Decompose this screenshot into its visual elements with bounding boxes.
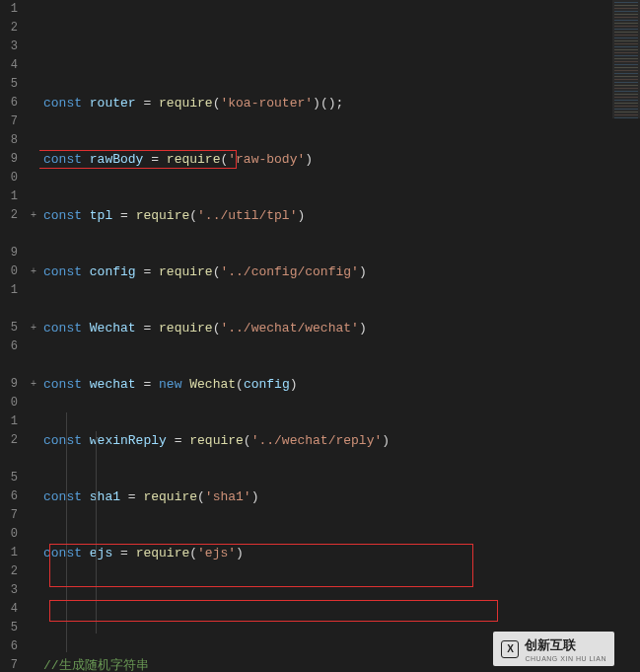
fold-plus-icon[interactable]: + <box>28 319 39 337</box>
code-editor[interactable]: const router = require('koa-router')(); … <box>39 0 612 672</box>
code-line[interactable]: const config = require('../config/config… <box>43 262 612 281</box>
fold-plus-icon[interactable]: + <box>28 206 39 225</box>
line-number-gutter: 1 2 3 4 5 6 7 8 9 0 1 2 9 0 1 5 6 9 0 1 … <box>0 0 28 672</box>
code-line[interactable]: const wechat = new Wechat(config) <box>43 375 612 394</box>
code-line[interactable]: const ejs = require('ejs') <box>43 544 612 562</box>
fold-plus-icon[interactable]: + <box>28 262 39 281</box>
watermark-text: 创新互联 <box>525 637 576 652</box>
watermark-logo-icon: X <box>501 640 519 658</box>
code-line[interactable]: const sha1 = require('sha1') <box>43 487 612 506</box>
watermark-subtext: CHUANG XIN HU LIAN <box>525 655 606 662</box>
code-line[interactable]: const Wechat = require('../wechat/wechat… <box>43 319 612 337</box>
code-line[interactable]: const router = require('koa-router')(); <box>43 94 612 112</box>
minimap-viewport[interactable] <box>612 0 640 118</box>
code-line[interactable]: const wexinReply = require('../wechat/re… <box>43 431 612 450</box>
code-line[interactable]: const rawBody = require('raw-body') <box>43 150 612 169</box>
fold-plus-icon[interactable]: + <box>28 375 39 394</box>
code-line[interactable]: const tpl = require('../util/tpl') <box>43 206 612 225</box>
watermark-badge: X 创新互联 CHUANG XIN HU LIAN <box>493 632 614 666</box>
fold-gutter: + + + + <box>28 0 39 672</box>
minimap[interactable] <box>612 0 640 672</box>
